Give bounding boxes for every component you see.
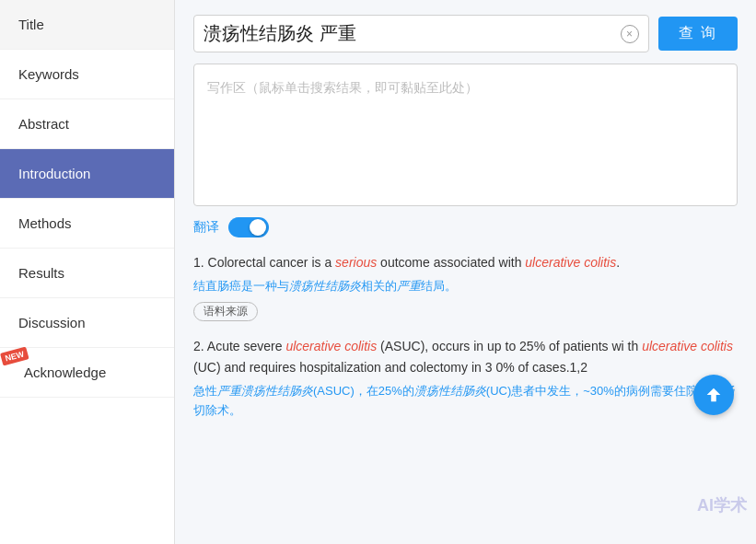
- result-en-text: 1. Colorectal cancer is a serious outcom…: [193, 252, 738, 273]
- sidebar-item-discussion[interactable]: Discussion: [0, 298, 174, 348]
- result-item: 2. Acute severe ulcerative colitis (ASUC…: [193, 336, 738, 426]
- arrow-up-icon: [704, 385, 724, 405]
- cn-keyword-2: 严重: [397, 279, 421, 293]
- sidebar-item-label: Title: [18, 17, 44, 32]
- sidebar-item-label: Results: [18, 265, 64, 281]
- sidebar-item-introduction[interactable]: Introduction: [0, 149, 174, 199]
- keyword-uc-2: ulcerative colitis: [285, 339, 377, 353]
- result-num: 1.: [193, 255, 208, 270]
- cn-keyword-severe: 严重溃疡性结肠炎: [217, 384, 313, 398]
- sidebar-item-acknowledge[interactable]: NEW Acknowledge: [0, 348, 174, 398]
- sidebar-item-label: Keywords: [18, 66, 79, 82]
- main-content: 溃疡性结肠炎 严重 × 查 询 写作区（鼠标单击搜索结果，即可黏贴至此处） 翻译…: [175, 0, 756, 544]
- new-badge: NEW: [0, 346, 29, 365]
- sidebar-item-keywords[interactable]: Keywords: [0, 50, 174, 99]
- results-list: 1. Colorectal cancer is a serious outcom…: [193, 252, 738, 426]
- sidebar-item-title[interactable]: Title: [0, 0, 174, 50]
- translate-label: 翻译: [193, 219, 219, 236]
- sidebar-item-abstract[interactable]: Abstract: [0, 99, 174, 149]
- query-button[interactable]: 查 询: [658, 17, 738, 51]
- sidebar-item-label: Methods: [18, 215, 72, 231]
- scroll-up-button[interactable]: [693, 375, 734, 415]
- writing-area[interactable]: 写作区（鼠标单击搜索结果，即可黏贴至此处）: [193, 64, 738, 206]
- result-num: 2.: [193, 339, 207, 353]
- result-cn-text: 结直肠癌是一种与溃疡性结肠炎相关的严重结局。: [193, 277, 738, 296]
- sidebar-item-label: Abstract: [18, 116, 69, 132]
- keyword-serious: serious: [335, 255, 377, 270]
- result-en-text: 2. Acute severe ulcerative colitis (ASUC…: [193, 336, 738, 378]
- translate-row: 翻译: [193, 217, 738, 237]
- sidebar-item-methods[interactable]: Methods: [0, 199, 174, 249]
- sidebar-item-results[interactable]: Results: [0, 249, 174, 298]
- sidebar-item-label: Discussion: [18, 315, 86, 330]
- clear-button[interactable]: ×: [621, 25, 639, 43]
- cn-keyword-1: 溃疡性结肠炎: [289, 279, 361, 293]
- keyword-uc-3: ulcerative colitis: [642, 339, 733, 353]
- source-tag[interactable]: 语料来源: [193, 302, 258, 321]
- source-tag-wrapper: 语料来源: [193, 302, 738, 321]
- search-query-text: 溃疡性结肠炎 严重: [204, 21, 613, 46]
- sidebar-item-label: Introduction: [18, 166, 90, 181]
- result-cn-text: 急性严重溃疡性结肠炎(ASUC)，在25%的溃疡性结肠炎(UC)患者中发生，~3…: [193, 382, 738, 421]
- sidebar: Title Keywords Abstract Introduction Met…: [0, 0, 175, 544]
- cn-keyword-uc: 溃疡性结肠炎: [414, 384, 486, 398]
- sidebar-item-label: Acknowledge: [18, 365, 106, 380]
- search-input-wrapper: 溃疡性结肠炎 严重 ×: [193, 15, 649, 52]
- search-bar: 溃疡性结肠炎 严重 × 查 询: [193, 15, 738, 52]
- keyword-ulcerative-colitis-1: ulcerative colitis: [525, 255, 616, 270]
- translate-toggle[interactable]: [228, 217, 269, 237]
- result-item: 1. Colorectal cancer is a serious outcom…: [193, 252, 738, 321]
- writing-placeholder: 写作区（鼠标单击搜索结果，即可黏贴至此处）: [207, 80, 478, 95]
